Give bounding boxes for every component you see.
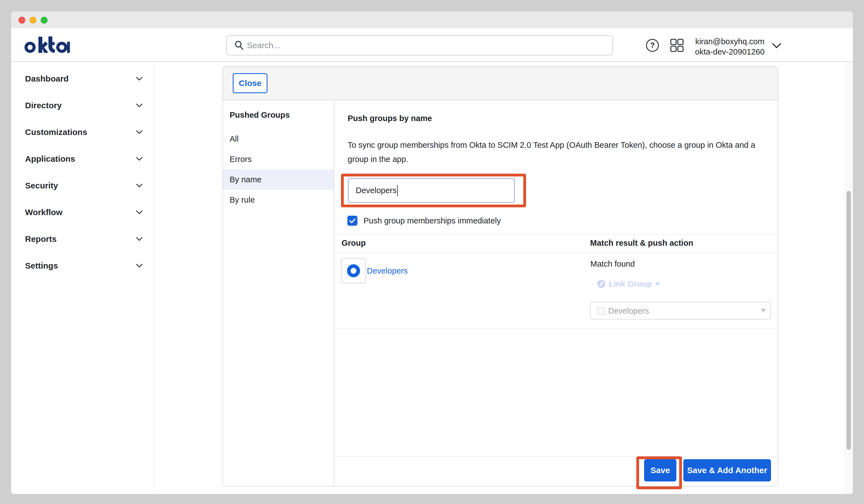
svg-text:?: ? (650, 41, 655, 49)
